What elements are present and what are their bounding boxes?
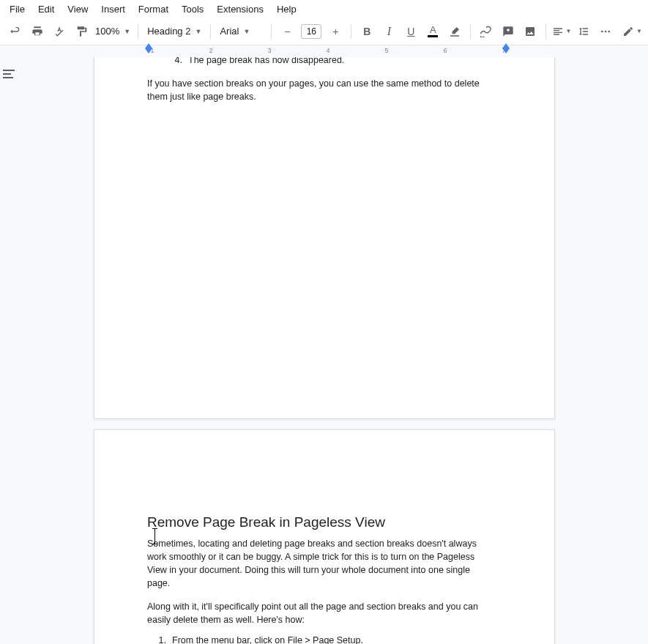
ruler-row: 1 2 3 4 5 6 7	[0, 45, 648, 57]
add-comment-button[interactable]	[499, 22, 518, 41]
menu-help[interactable]: Help	[270, 2, 303, 16]
spellcheck-button[interactable]	[50, 22, 69, 41]
underline-button[interactable]: U	[401, 22, 420, 41]
document-outline-toggle[interactable]	[3, 67, 15, 81]
ruler-tick: 4	[326, 47, 329, 54]
font-value: Arial	[220, 26, 239, 37]
font-size-input[interactable]: 16	[301, 24, 321, 39]
bold-button[interactable]: B	[357, 22, 376, 41]
left-indent-marker[interactable]	[145, 48, 152, 53]
list-number: 1.	[154, 634, 172, 644]
caret-down-icon: ▼	[195, 28, 201, 35]
heading-2: Remove Page Break in Pageless View	[147, 512, 502, 533]
menu-insert[interactable]: Insert	[94, 2, 132, 16]
document-canvas: 4. The page break has now disappeared. I…	[0, 57, 648, 644]
caret-down-icon: ▼	[124, 28, 130, 35]
menu-format[interactable]: Format	[132, 2, 175, 16]
highlight-color-button[interactable]	[445, 22, 464, 41]
text-cursor-icon	[154, 528, 155, 544]
menu-view[interactable]: View	[61, 2, 94, 16]
separator	[210, 24, 211, 39]
svg-point-0	[601, 30, 603, 32]
font-size-control: − 16 +	[276, 22, 346, 41]
insert-link-button[interactable]	[477, 22, 496, 41]
list-item-text: The page break has now disappeared.	[188, 57, 344, 67]
separator	[138, 24, 138, 39]
document-page-2[interactable]: Remove Page Break in Pageless View Somet…	[94, 429, 555, 644]
style-value: Heading 2	[147, 26, 190, 37]
print-button[interactable]	[28, 22, 47, 41]
separator	[545, 24, 546, 39]
caret-down-icon: ▼	[243, 28, 250, 35]
ruler-tick: 2	[209, 47, 212, 54]
body-paragraph: Along with it, it'll specifically point …	[147, 600, 491, 626]
font-size-decrease-button[interactable]: −	[278, 22, 297, 41]
text-color-button[interactable]: A	[423, 22, 442, 41]
separator	[271, 24, 272, 39]
body-paragraph: Sometimes, locating and deleting page br…	[147, 537, 491, 591]
list-item-text: From the menu bar, click on File > Page …	[172, 634, 363, 644]
right-indent-marker[interactable]	[502, 48, 510, 53]
svg-point-2	[608, 30, 611, 32]
paint-format-button[interactable]	[72, 22, 91, 41]
align-button[interactable]: ▼	[552, 22, 571, 41]
ruler-tick: 5	[384, 47, 388, 54]
list-number: 4.	[171, 57, 188, 67]
menu-edit[interactable]: Edit	[31, 2, 61, 16]
heading-text: Remove Page Break in Pageless View	[147, 514, 385, 530]
toolbar: 100% ▼ Heading 2 ▼ Arial ▼ − 16 + B I U …	[0, 18, 648, 45]
svg-point-1	[605, 30, 607, 32]
ordered-list: 1. From the menu bar, click on File > Pa…	[147, 634, 502, 644]
horizontal-ruler[interactable]: 1 2 3 4 5 6 7	[94, 45, 555, 57]
more-button[interactable]	[596, 22, 615, 41]
ruler-tick: 6	[443, 47, 447, 54]
editing-mode-button[interactable]: ▼	[622, 22, 642, 41]
zoom-select[interactable]: 100% ▼	[92, 26, 133, 37]
document-page-1[interactable]: 4. The page break has now disappeared. I…	[94, 57, 555, 419]
paragraph-style-select[interactable]: Heading 2 ▼	[143, 26, 206, 37]
zoom-value: 100%	[95, 26, 119, 37]
redo-button[interactable]	[6, 22, 25, 41]
italic-button[interactable]: I	[379, 22, 398, 41]
ruler-tick: 3	[267, 47, 271, 54]
body-paragraph: If you have section breaks on your pages…	[147, 77, 491, 103]
menu-extensions[interactable]: Extensions	[210, 2, 270, 16]
menu-bar: File Edit View Insert Format Tools Exten…	[0, 0, 648, 18]
separator	[351, 24, 351, 39]
menu-tools[interactable]: Tools	[175, 2, 210, 16]
line-spacing-button[interactable]	[574, 22, 593, 41]
menu-file[interactable]: File	[3, 2, 31, 16]
insert-image-button[interactable]	[521, 22, 540, 41]
separator	[470, 24, 471, 39]
font-size-increase-button[interactable]: +	[326, 22, 345, 41]
font-select[interactable]: Arial ▼	[215, 26, 267, 37]
